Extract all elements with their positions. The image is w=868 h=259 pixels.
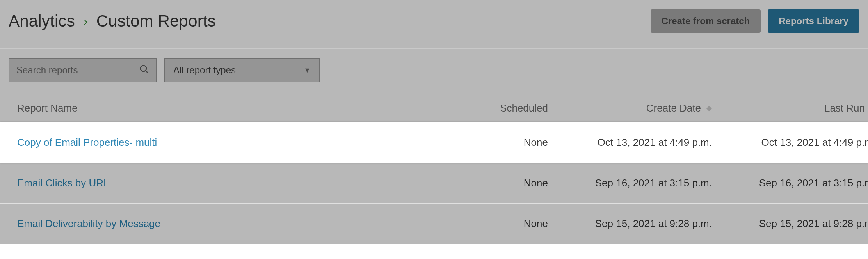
col-scheduled-label: Scheduled bbox=[500, 102, 548, 114]
cell-last-run: Sep 16, 2021 at 3:15 p.m. bbox=[712, 177, 868, 189]
col-last-run[interactable]: Last Run ◆ bbox=[712, 102, 868, 114]
table-header: Report Name Scheduled Create Date ◆ Last… bbox=[0, 94, 868, 122]
chevron-right-icon: › bbox=[84, 14, 88, 28]
reports-table: Report Name Scheduled Create Date ◆ Last… bbox=[0, 94, 868, 244]
report-name-link[interactable]: Email Deliverability by Message bbox=[17, 218, 446, 230]
col-report-name-label: Report Name bbox=[17, 102, 78, 114]
col-scheduled[interactable]: Scheduled bbox=[446, 102, 548, 114]
cell-scheduled: None bbox=[446, 177, 548, 189]
report-type-select[interactable]: All report types ▼ bbox=[164, 58, 320, 82]
cell-scheduled: None bbox=[446, 137, 548, 149]
reports-library-button[interactable]: Reports Library bbox=[768, 9, 859, 33]
report-name-link[interactable]: Copy of Email Properties- multi bbox=[17, 137, 446, 149]
search-input-wrap[interactable] bbox=[9, 58, 157, 82]
cell-create-date: Sep 15, 2021 at 9:28 p.m. bbox=[548, 218, 712, 230]
breadcrumb: Analytics › Custom Reports bbox=[9, 12, 216, 30]
table-row[interactable]: Copy of Email Properties- multi None Oct… bbox=[0, 122, 868, 163]
cell-last-run: Oct 13, 2021 at 4:49 p.m. bbox=[712, 137, 868, 149]
table-row[interactable]: Email Clicks by URL None Sep 16, 2021 at… bbox=[0, 163, 868, 203]
filters-row: All report types ▼ bbox=[0, 49, 868, 94]
sort-icon: ◆ bbox=[706, 104, 712, 112]
col-report-name[interactable]: Report Name bbox=[17, 102, 446, 114]
cell-create-date: Sep 16, 2021 at 3:15 p.m. bbox=[548, 177, 712, 189]
breadcrumb-current: Custom Reports bbox=[96, 12, 216, 30]
table-row[interactable]: Email Deliverability by Message None Sep… bbox=[0, 203, 868, 244]
report-name-link[interactable]: Email Clicks by URL bbox=[17, 177, 446, 189]
cell-scheduled: None bbox=[446, 218, 548, 230]
col-create-date[interactable]: Create Date ◆ bbox=[548, 102, 712, 114]
svg-line-1 bbox=[146, 71, 148, 73]
col-last-run-label: Last Run bbox=[824, 102, 865, 114]
cell-create-date: Oct 13, 2021 at 4:49 p.m. bbox=[548, 137, 712, 149]
breadcrumb-root[interactable]: Analytics bbox=[9, 12, 75, 30]
report-type-selected-label: All report types bbox=[173, 65, 236, 76]
top-bar: Analytics › Custom Reports Create from s… bbox=[0, 0, 868, 49]
header-actions: Create from scratch Reports Library bbox=[651, 9, 859, 33]
col-create-date-label: Create Date bbox=[646, 102, 701, 114]
search-icon bbox=[139, 64, 149, 77]
cell-last-run: Sep 15, 2021 at 9:28 p.m. bbox=[712, 218, 868, 230]
caret-down-icon: ▼ bbox=[304, 66, 311, 75]
search-input[interactable] bbox=[16, 65, 139, 76]
create-from-scratch-button[interactable]: Create from scratch bbox=[651, 9, 761, 33]
